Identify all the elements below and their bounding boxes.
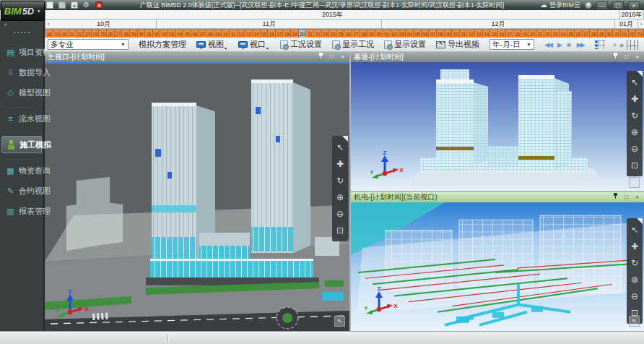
viewport-main-canvas[interactable]: Z X Y ↖ ✚ ↻ ⊕ ⊖ ⊡ ↖ (45, 62, 349, 331)
zoom-fit-tool-icon[interactable]: ⊡ (333, 222, 347, 238)
gantt-chart-icon[interactable] (594, 40, 605, 49)
sidebar-item-contract-view[interactable]: ✎ 合约视图 (1, 182, 42, 199)
stop-button[interactable]: ■ (567, 40, 571, 48)
viewport-corner-icon: ↖ (632, 318, 637, 324)
select-tool-icon[interactable]: ↖ (333, 139, 347, 155)
show-working-condition-button[interactable]: 显示工况 (328, 38, 378, 51)
pin-icon[interactable] (317, 52, 325, 62)
close-icon[interactable]: × (339, 53, 347, 61)
sidebar-item-model-view[interactable]: ◇ 模型视图 (1, 84, 42, 101)
viewport-button[interactable]: 视口 ▾ (234, 38, 274, 51)
chevron-down-icon: ▾ (266, 46, 269, 51)
viewport-corner-button[interactable]: ↖ (629, 177, 640, 188)
timeline-month-label[interactable]: 10月 (51, 20, 157, 28)
export-video-button[interactable]: 导出视频 (432, 38, 484, 51)
select-tool-icon[interactable]: ↖ (627, 74, 642, 90)
viewport-curtain-header[interactable]: 幕墙-[计划时间] □ × (351, 52, 644, 62)
zoom-in-tool-icon[interactable]: ⊕ (627, 124, 642, 140)
overflow-chevron-icon[interactable]: » (619, 40, 624, 49)
timeline-month-label[interactable]: 11月 (157, 20, 382, 28)
viewport-main-title: 主视口-[计划时间] (48, 52, 314, 62)
display-settings-label: 显示设置 (394, 39, 426, 50)
pan-tool-icon[interactable]: ✚ (627, 90, 642, 107)
status-divider (167, 334, 168, 342)
specialty-select[interactable]: 多专业 ▼ (48, 39, 129, 50)
sidebar-item-report-management[interactable]: ▥ 报表管理 (1, 202, 42, 220)
timeline-year-label: 2015年 (45, 10, 620, 19)
timeline-month-label[interactable]: 12月 (382, 20, 615, 28)
close-icon[interactable]: × (633, 193, 641, 202)
logo-bim-text: BIM (4, 6, 22, 17)
sidebar-item-flow-view[interactable]: ≡ 流水视图 (1, 110, 42, 127)
network-diagram-icon[interactable] (627, 40, 638, 50)
viewport-mep-canvas[interactable]: Z X Y ↖ ✚ ↻ ⊕ ⊖ ⊡ ↖ (351, 202, 644, 331)
pin-icon[interactable] (612, 52, 619, 62)
play-button[interactable]: ▶ (557, 41, 561, 48)
main-3d-scene[interactable] (45, 64, 349, 331)
pan-tool-icon[interactable]: ✚ (627, 238, 642, 254)
display-settings-button[interactable]: 显示设置 (380, 38, 430, 51)
viewport-curtain-canvas[interactable]: Z X Y ↖ ✚ ↻ ⊕ ⊖ ⊡ ↖ (351, 62, 644, 191)
viewport-corner-button[interactable]: ↖ (629, 316, 640, 327)
viewport-main-header[interactable]: 主视口-[计划时间] □ × (45, 52, 349, 62)
select-tool-icon[interactable]: ↖ (627, 221, 642, 238)
viewport-mep-header[interactable]: 机电-[计划时间](当前视口) □ × (351, 192, 644, 202)
app-logo[interactable]: BIM 5D ▼ (1, 1, 45, 21)
minimize-button[interactable]: — (596, 1, 608, 9)
close-button[interactable]: × (628, 1, 640, 9)
overflow-chevron-icon[interactable]: » (613, 41, 617, 48)
restore-icon[interactable]: □ (622, 53, 630, 61)
view-button[interactable]: 视图 ▾ (192, 38, 232, 51)
working-condition-settings-button[interactable]: 工况设置 (276, 38, 326, 51)
open-file-icon[interactable] (58, 1, 66, 9)
timeline-scroll-right-icon[interactable]: › (638, 20, 644, 28)
orbit-tool-icon[interactable]: ↻ (627, 254, 642, 271)
titlebar-right: ☁ 登录BIM云 — □ × (536, 1, 644, 10)
sidebar-item-label: 合约视图 (19, 186, 51, 197)
logo-caret-icon: ▼ (36, 9, 41, 14)
axis-x-label: X (84, 306, 89, 312)
sidebar-item-label: 物资查询 (19, 165, 51, 176)
viewport-mep: 机电-[计划时间](当前视口) □ × (351, 192, 644, 331)
settings-icon[interactable]: ⚙ (83, 1, 90, 9)
condition-settings-label: 工况设置 (290, 39, 322, 50)
zoom-in-tool-icon[interactable]: ⊕ (333, 189, 347, 205)
viewport-curtain-title: 幕墙-[计划时间] (354, 52, 609, 62)
restore-icon[interactable]: □ (328, 53, 336, 61)
pin-icon[interactable] (612, 192, 619, 202)
sidebar-item-construction-simulation[interactable]: 施工模拟 (1, 136, 42, 153)
zoom-out-tool-icon[interactable]: ⊖ (333, 205, 347, 222)
sidebar-item-project-docs[interactable]: ▤ 项目资料 (1, 43, 42, 61)
viewport-main: 主视口-[计划时间] □ × (45, 52, 349, 331)
date-format-select[interactable]: 年-月-日 ▼ (489, 39, 534, 50)
timeline-month-label[interactable]: 01月 (615, 20, 638, 28)
zoom-in-tool-icon[interactable]: ⊕ (627, 271, 642, 288)
orbit-tool-icon[interactable]: ↻ (333, 172, 347, 189)
fast-forward-button[interactable]: ▶▶ (577, 41, 584, 48)
simulation-plan-button[interactable]: 模拟方案管理 (134, 38, 191, 51)
rewind-button[interactable]: ◀◀ (544, 41, 552, 48)
user-avatar-icon[interactable] (585, 1, 592, 9)
sidebar-drag-handle[interactable] (13, 31, 30, 34)
zoom-out-tool-icon[interactable]: ⊖ (627, 288, 642, 304)
close-icon[interactable]: × (633, 53, 641, 61)
app-badge-icon[interactable] (95, 1, 103, 9)
viewport-label: 视口 (250, 39, 266, 50)
cloud-icon: ☁ (540, 1, 547, 9)
zoom-out-tool-icon[interactable]: ⊖ (627, 140, 642, 157)
viewport-corner-button[interactable]: ↖ (334, 316, 345, 327)
timeline-scroll-left-icon[interactable]: ‹ (45, 20, 51, 28)
sidebar-item-label: 施工模拟 (19, 139, 51, 150)
restore-icon[interactable]: □ (622, 193, 630, 202)
pan-tool-icon[interactable]: ✚ (333, 155, 347, 172)
simulation-plan-label: 模拟方案管理 (139, 39, 186, 50)
bim-cloud-login-button[interactable]: ☁ 登录BIM云 (540, 1, 580, 10)
sidebar-item-material-query[interactable]: ▦ 物资查询 (1, 162, 42, 179)
sidebar-item-data-import[interactable]: ⇩ 数据导入 (1, 64, 42, 81)
maximize-button[interactable]: □ (612, 1, 624, 9)
new-file-icon[interactable] (46, 1, 53, 9)
toolbar-overflow: » » (613, 40, 641, 50)
zoom-fit-tool-icon[interactable]: ⊡ (627, 157, 642, 173)
orbit-tool-icon[interactable]: ↻ (627, 107, 642, 124)
save-icon[interactable] (71, 1, 78, 9)
